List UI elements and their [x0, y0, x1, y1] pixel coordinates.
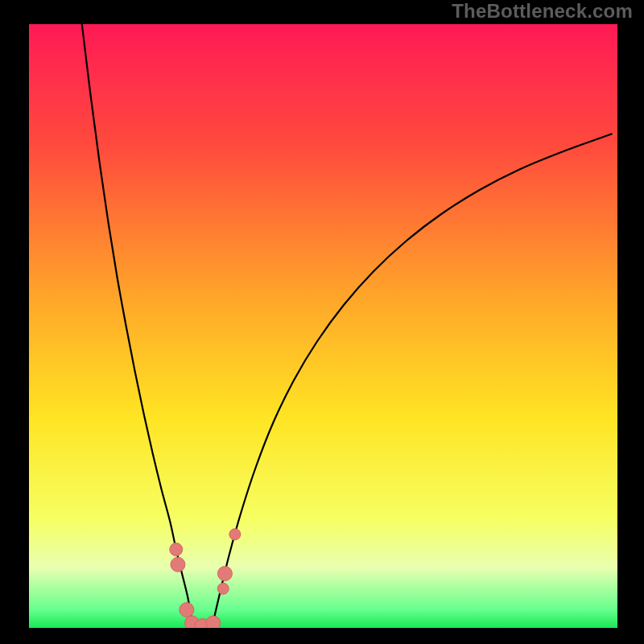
- data-marker: [229, 529, 241, 540]
- svg-rect-0: [29, 24, 617, 628]
- data-marker: [171, 557, 185, 572]
- data-marker: [170, 543, 183, 556]
- chart-frame: TheBottleneck.com: [0, 0, 644, 644]
- plot-svg: [29, 24, 617, 628]
- data-marker: [206, 616, 221, 628]
- data-marker: [180, 603, 194, 617]
- data-marker: [217, 567, 232, 581]
- watermark-text: TheBottleneck.com: [452, 0, 633, 23]
- data-marker: [217, 583, 229, 594]
- plot-area: [29, 24, 617, 628]
